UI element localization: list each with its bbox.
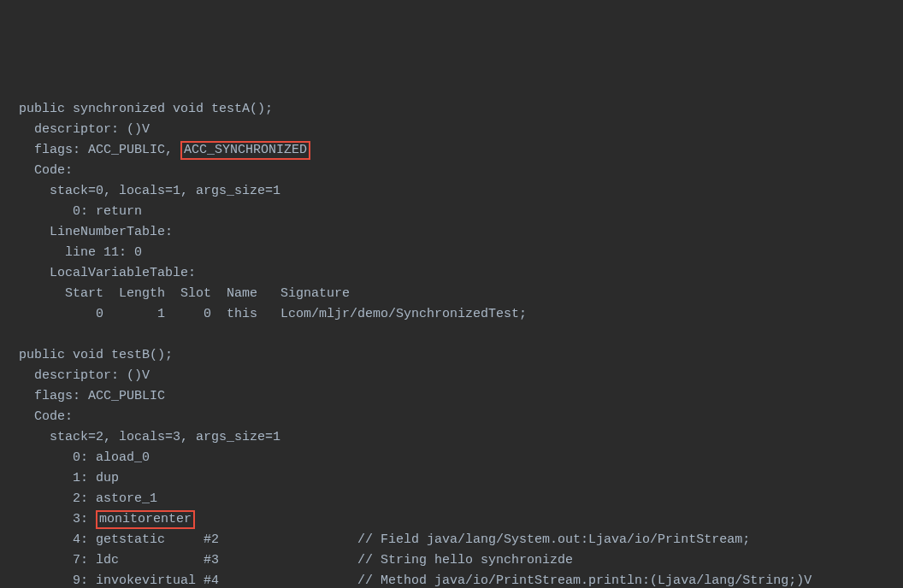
code-line: 1: dup [19,468,903,489]
code-line: 9: invokevirtual #4 // Method java/io/Pr… [19,571,903,588]
code-line: descriptor: ()V [19,120,903,140]
code-line [19,325,903,345]
code-line: stack=0, locals=1, args_size=1 [19,181,903,202]
code-line: LocalVariableTable: [19,263,903,284]
code-line: flags: ACC_PUBLIC, ACC_SYNCHRONIZED [19,140,903,161]
code-text: 3: [19,512,96,526]
code-line: 3: monitorenter [19,509,903,530]
code-line: 0: aload_0 [19,448,903,468]
code-text: flags: ACC_PUBLIC, [19,143,180,157]
bytecode-listing: public synchronized void testA(); descri… [19,99,903,588]
highlighted-keyword: monitorenter [96,510,195,529]
code-line: 2: astore_1 [19,489,903,509]
code-line: Code: [19,161,903,181]
code-line: flags: ACC_PUBLIC [19,386,903,407]
code-line: 7: ldc #3 // String hello synchronizde [19,550,903,571]
code-line: line 11: 0 [19,243,903,263]
code-line: 0: return [19,202,903,222]
code-line: public synchronized void testA(); [19,99,903,120]
code-line: stack=2, locals=3, args_size=1 [19,427,903,448]
code-line: Start Length Slot Name Signature [19,284,903,304]
code-line: LineNumberTable: [19,222,903,243]
code-line: 0 1 0 this Lcom/mljr/demo/SynchronizedTe… [19,304,903,325]
highlighted-keyword: ACC_SYNCHRONIZED [180,141,310,160]
code-line: public void testB(); [19,345,903,366]
code-line: 4: getstatic #2 // Field java/lang/Syste… [19,530,903,550]
code-line: Code: [19,407,903,427]
code-line: descriptor: ()V [19,366,903,386]
